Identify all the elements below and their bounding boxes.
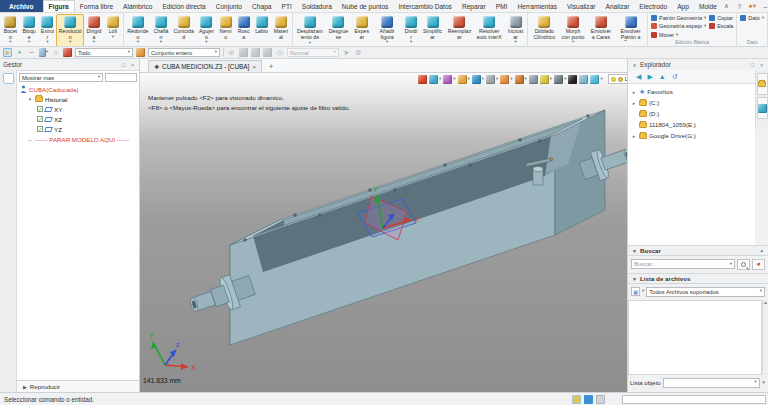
select-result-button[interactable]: ➤ xyxy=(752,259,765,270)
search-input[interactable]: Buscar...▾ xyxy=(631,259,735,269)
scroll-down-icon[interactable]: ▼ xyxy=(762,380,766,385)
account-icon[interactable]: ●▾ xyxy=(748,2,757,10)
tree-item-plane-yz[interactable]: ✓YZ xyxy=(17,124,139,134)
checkbox-icon[interactable]: ✓ xyxy=(37,126,43,132)
expand-arrow-icon[interactable]: ▸ xyxy=(631,100,637,106)
ribbon-button-agujero[interactable]: Agujero▾ xyxy=(196,14,216,47)
file-type-combo[interactable]: Todos Archivos soportados▾ xyxy=(646,287,765,297)
ribbon-button-espesar[interactable]: Espesar xyxy=(351,14,372,42)
assembly-filter-icon[interactable] xyxy=(136,48,145,57)
explorer-item-d[interactable]: (D:) xyxy=(628,108,755,119)
tools-tab-icon[interactable] xyxy=(757,97,768,119)
clock-icon[interactable]: ◷ xyxy=(275,48,284,57)
ribbon-button-labio[interactable]: Labio xyxy=(253,14,271,37)
drag-handle-icon[interactable]: ≡ xyxy=(631,62,638,68)
ribbon-button-dirigida[interactable]: Dirigida▾ xyxy=(84,14,104,47)
collapse-arrow-icon[interactable]: ▾ xyxy=(27,96,33,102)
ribbon-button-escala[interactable]: Escala xyxy=(709,22,733,30)
refresh-icon[interactable]: ↺ xyxy=(672,73,678,80)
ribbon-button-dividir[interactable]: Dividir▾ xyxy=(402,14,420,47)
view-mode-caret-icon[interactable]: ▾ xyxy=(642,289,644,294)
filelist-section-header[interactable]: ▼ Lista de archivos xyxy=(628,273,768,284)
ribbon-button-material[interactable]: Material xyxy=(271,14,292,42)
tree-item-historial[interactable]: ▾ Historial xyxy=(17,94,139,104)
explorer-close-icon[interactable]: × xyxy=(758,62,765,68)
up-icon[interactable]: ▲ xyxy=(659,73,666,80)
menu-tab-analizar[interactable]: Analizar xyxy=(601,0,635,12)
ribbon-button-resolver-auto-interx[interactable]: Resolver auto interX xyxy=(474,14,505,42)
assembly-manager-icon[interactable] xyxy=(3,90,14,101)
ribbon-button-bloque[interactable]: Bloque▾ xyxy=(20,14,39,47)
ribbon-button-simplificar[interactable]: Simplificar xyxy=(420,14,445,42)
tree-item-plane-xy[interactable]: ✓XY xyxy=(17,104,139,114)
menu-tab-electrodo[interactable]: Electrodo xyxy=(634,0,672,12)
pin1-icon[interactable] xyxy=(239,48,248,57)
file-list[interactable] xyxy=(628,300,762,375)
object-list-combo[interactable]: ▾ xyxy=(663,378,760,388)
pick-filter-icon[interactable]: ➤ xyxy=(3,48,12,57)
collapse-ribbon-icon[interactable]: ∧ xyxy=(722,2,731,10)
ribbon-button-incrustar[interactable]: Incrustar▾ xyxy=(505,14,527,47)
remove-entity-icon[interactable]: − xyxy=(27,48,36,57)
menu-tab-chapa[interactable]: Chapa xyxy=(247,0,276,12)
explorer-item-111804-1059-e[interactable]: 111804_1059(E:) xyxy=(628,119,755,130)
new-tab-button[interactable]: + xyxy=(266,60,276,72)
menu-tab-al-mbrico[interactable]: Alámbrico xyxy=(118,0,157,12)
menu-tab-pti[interactable]: PTI xyxy=(276,0,296,12)
pin2-icon[interactable] xyxy=(251,48,260,57)
menu-tab-app[interactable]: App xyxy=(672,0,694,12)
ribbon-button-revoluci-n[interactable]: Revolución▾ xyxy=(56,14,83,47)
ribbon-button-a-adir-figura[interactable]: Añadir figura▾ xyxy=(372,14,402,47)
minimize-icon[interactable]: – xyxy=(761,3,768,10)
filelist-scrollbar[interactable]: ▲ xyxy=(762,300,768,375)
expand-arrow-icon[interactable]: ▸ xyxy=(631,89,637,95)
ribbon-button-geometr-a-espejo[interactable]: Geometría espejo▾ xyxy=(651,22,706,30)
menu-tab-intercambio-datos[interactable]: Intercambio Datos xyxy=(393,0,457,12)
panel-toggle-icon[interactable] xyxy=(596,395,605,404)
menu-tab-nube-de-puntos[interactable]: Nube de puntos xyxy=(337,0,394,12)
ribbon-button-dato[interactable]: Dato▾ xyxy=(740,14,764,22)
search-button[interactable] xyxy=(737,259,750,270)
ribbon-button-reemplazar[interactable]: Reemplazar xyxy=(445,14,474,42)
ribbon-button-envolver-patr-n-a-caras[interactable]: Envolver Patrón a Caras xyxy=(615,14,646,43)
ribbon-button-extruir[interactable]: Extruir▾ xyxy=(38,14,56,47)
circle-select-icon[interactable]: ○ xyxy=(51,48,60,57)
chart-filter-icon[interactable] xyxy=(63,48,72,57)
ribbon-button-mover[interactable]: Mover▾ xyxy=(651,31,706,39)
expand-arrow-icon[interactable]: ▸ xyxy=(631,133,637,139)
explorer-item-google-drive-g[interactable]: ▸Google Drive(G:) xyxy=(628,130,755,141)
view-mode-icon[interactable]: ▦ xyxy=(631,287,640,296)
menu-tab-forma-libre[interactable]: Forma libre xyxy=(75,0,118,12)
ribbon-button-desplazamiento-de-cara[interactable]: Desplazamiento de cara▾ xyxy=(294,14,325,47)
ribbon-button-envolver-a-caras[interactable]: Envolver a Caras xyxy=(587,14,615,42)
link-icon[interactable]: ⊘ xyxy=(227,48,236,57)
constraint-manager-icon[interactable] xyxy=(3,141,14,152)
image-capture-icon[interactable]: ▾ xyxy=(39,48,48,57)
tree-item-root[interactable]: CUBA(Caducada) xyxy=(17,84,139,94)
menu-tab-edici-n-directa[interactable]: Edición directa xyxy=(157,0,210,12)
mode-combo[interactable]: Normal▾ xyxy=(287,48,339,57)
pin3-icon[interactable] xyxy=(263,48,272,57)
menu-tab-reparar[interactable]: Reparar xyxy=(457,0,491,12)
menu-tab-conjunto[interactable]: Conjunto xyxy=(211,0,247,12)
viewport[interactable]: ▾▾▾▾▾▾▾▾▾▾Layer0000▾ Mantener pulsado <F… xyxy=(140,73,627,392)
gestor-close-icon[interactable]: × xyxy=(129,62,136,68)
scroll-up-icon[interactable]: ▲ xyxy=(760,248,764,253)
explorer-item-c[interactable]: ▸(C:) xyxy=(628,97,755,108)
ribbon-button-morph-con-punto[interactable]: Morph con punto▾ xyxy=(559,14,587,47)
ribbon-button-desgruese[interactable]: Desgruese xyxy=(325,14,351,42)
file-menu-button[interactable]: Archivo xyxy=(0,0,43,12)
search-section-header[interactable]: ▼ Buscar ▲ xyxy=(628,245,768,256)
ribbon-button-chafl-n[interactable]: Chaflán▾ xyxy=(151,14,171,47)
menu-tab-visualizar[interactable]: Visualizar xyxy=(562,0,600,12)
help-icon[interactable]: ? xyxy=(735,3,744,10)
folders-tab-icon[interactable] xyxy=(757,73,768,95)
display-toggle-icon[interactable] xyxy=(584,395,593,404)
ribbon-button-loft[interactable]: Loft▾ xyxy=(104,14,122,41)
ribbon-button-nervio[interactable]: Nervio xyxy=(217,14,235,42)
ui-toggle-icon[interactable] xyxy=(572,395,581,404)
ribbon-button-rosca[interactable]: Rosca xyxy=(235,14,253,42)
document-tab[interactable]: ✚ CUBA MEDICION.Z3 - [CUBA] × xyxy=(148,60,262,72)
ribbon-button-doblado-cil-ndrico[interactable]: Doblado Cilíndrico xyxy=(529,14,559,42)
explorer-minimize-icon[interactable]: □ xyxy=(749,62,756,68)
